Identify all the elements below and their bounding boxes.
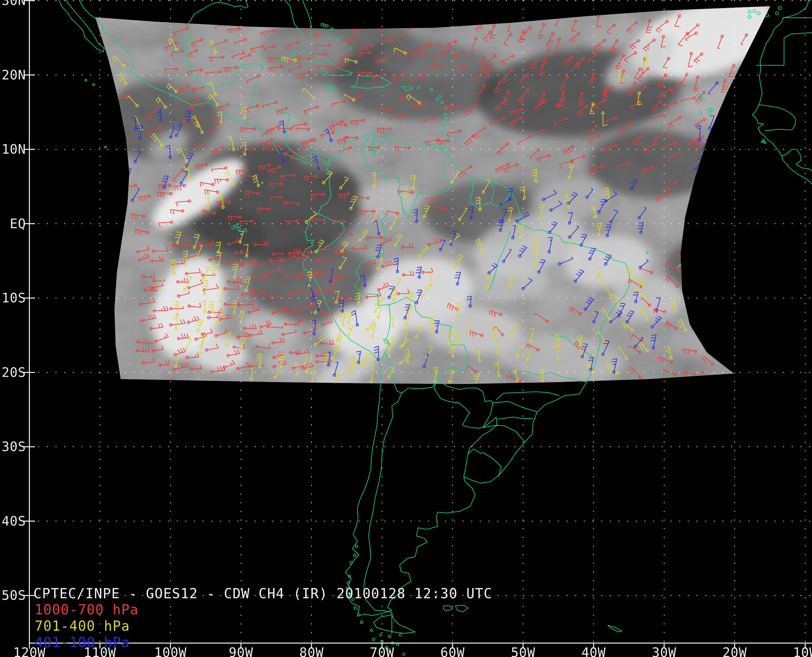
map-title: CPTEC/INPE - GOES12 - CDW CH4 (IR) 20100…: [33, 587, 492, 600]
geo-mauritania-border: [757, 33, 812, 65]
island-chile-fjord-islets: [355, 545, 358, 548]
island-bijagos-islands: [761, 141, 763, 143]
lon-label-80W: 80W: [284, 646, 339, 657]
lon-label-10W: 10W: [778, 646, 812, 657]
geo-paraguay-border: [434, 380, 493, 428]
geo-uruguay-river-border: [464, 465, 466, 476]
wind-barb: [725, 378, 739, 385]
wind-barb: [709, 183, 722, 193]
island-chile-fjord-islets: [388, 635, 391, 638]
wind-barb: [729, 337, 742, 343]
geo-brazil-sc-pr-border: [498, 417, 533, 419]
lon-label-50W: 50W: [496, 646, 550, 657]
island-bijagos-islands: [764, 142, 766, 143]
wind-barb: [740, 115, 746, 128]
island-canary-islands: [765, 14, 769, 17]
wind-barb: [694, 194, 707, 205]
wind-barb: [238, 19, 253, 25]
geo-brazil-rs-sc-border: [483, 425, 525, 442]
geo-guinea-border: [782, 149, 812, 171]
wind-barb: [112, 156, 122, 166]
lon-label-70W: 70W: [355, 646, 409, 657]
wind-barb: [725, 126, 737, 133]
wind-barb: [700, 180, 713, 189]
lat-label-30N: 30N: [0, 0, 26, 7]
wind-barb: [729, 289, 741, 294]
lat-label-50S: 50S: [0, 589, 26, 602]
wind-barb: [728, 193, 737, 208]
wind-barb: [281, 23, 293, 28]
geo-brazil-pr-sp-border: [493, 401, 537, 412]
island-clipperton: [104, 146, 106, 148]
wind-barb: [703, 205, 708, 219]
island-revillagigedo: [93, 84, 95, 86]
legend-item-low-level: 1000-700 hPa: [35, 603, 139, 617]
lat-label-20N: 20N: [0, 69, 26, 82]
geo-brazil-sp-border: [496, 392, 559, 400]
wind-barb: [332, 24, 347, 30]
wind-barb: [688, 307, 701, 315]
lon-label-20W: 20W: [708, 646, 762, 657]
wind-barb: [698, 286, 710, 293]
map-canvas: [0, 0, 812, 657]
wind-barb: [733, 122, 740, 134]
wind-barb: [752, 121, 757, 131]
satellite-wind-map: 30N20N10NEQ10S20S30S40S50S120W110W100W90…: [0, 0, 812, 657]
legend-item-high-level: 401-100 hPa: [35, 636, 130, 649]
lon-label-40W: 40W: [566, 646, 621, 657]
barb-cluster-mid-braz-ne-coast: [695, 173, 751, 239]
island-chile-fjord-islets: [350, 562, 352, 564]
island-chile-fjord-islets: [379, 634, 382, 636]
wind-barb: [438, 21, 450, 26]
wind-barb: [442, 18, 456, 24]
island-chile-fjord-islets: [396, 643, 399, 646]
wind-barb: [699, 332, 713, 338]
island-canary-islands: [776, 12, 779, 15]
wind-barb: [683, 276, 696, 287]
lon-label-90W: 90W: [214, 646, 268, 657]
wind-barb: [695, 179, 703, 191]
lat-label-EQ: EQ: [0, 217, 26, 230]
wind-barb: [324, 19, 338, 25]
wind-barb: [387, 18, 401, 24]
lon-label-30W: 30W: [637, 646, 691, 657]
geo-south-georgia: [608, 625, 622, 632]
wind-barb: [115, 141, 128, 151]
geo-senegal-mali-border: [759, 105, 795, 131]
geo-misiones-borders: [468, 417, 497, 453]
geo-falkland-west: [443, 606, 452, 611]
wind-barb: [697, 265, 708, 274]
island-chile-fjord-islets: [360, 621, 363, 624]
geo-uruguay-border: [466, 449, 501, 476]
island-chile-fjord-islets: [354, 607, 356, 609]
legend-item-mid-level: 701-400 hPa: [35, 619, 130, 633]
lat-label-10N: 10N: [0, 143, 26, 156]
wind-barb: [717, 151, 722, 162]
island-chile-fjord-islets: [399, 634, 402, 636]
wind-barb: [708, 206, 723, 213]
geo-africa-west-coast: [752, 0, 812, 186]
wind-barb: [730, 313, 742, 321]
island-chile-fjord-islets: [372, 638, 375, 641]
wind-barb: [744, 137, 751, 150]
lon-label-60W: 60W: [425, 646, 480, 657]
wind-barb: [743, 223, 751, 236]
island-chile-fjord-islets: [370, 629, 373, 632]
island-bahamas: [326, 25, 328, 27]
wind-barb: [731, 173, 739, 184]
island-revillagigedo: [85, 79, 87, 81]
wind-barb: [744, 62, 751, 76]
lat-label-40S: 40S: [0, 515, 26, 528]
island-canary-islands: [778, 6, 781, 9]
wind-barb: [728, 100, 737, 114]
lon-label-100W: 100W: [143, 646, 198, 657]
wind-barb: [724, 263, 736, 274]
wind-barb: [117, 156, 124, 171]
geo-falkland-east: [455, 605, 468, 612]
lat-label-10S: 10S: [0, 291, 26, 305]
geo-baja-california: [58, 0, 104, 52]
wind-barb: [717, 226, 722, 239]
geo-tierra-del-fuego: [374, 615, 415, 634]
wind-barb: [726, 341, 738, 350]
lat-label-20S: 20S: [0, 366, 26, 379]
